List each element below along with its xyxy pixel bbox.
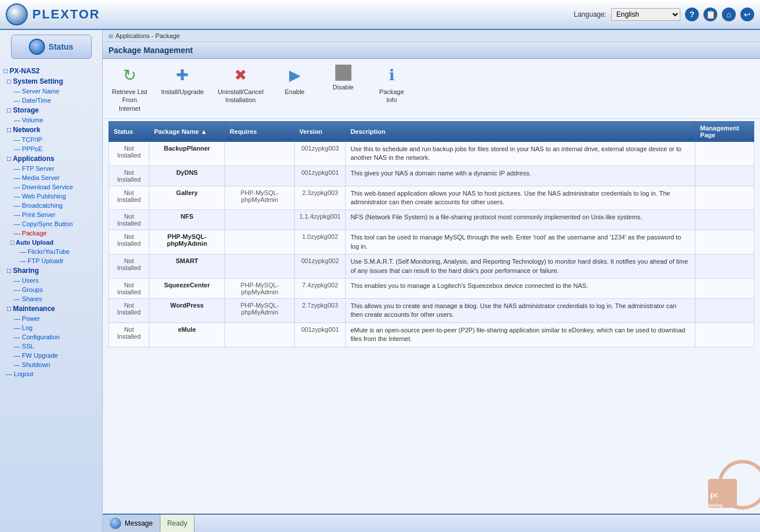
sidebar-item-ftp-server[interactable]: — FTP Server <box>0 164 102 173</box>
status-button[interactable]: Status <box>11 35 92 59</box>
table-row[interactable]: Not Installed BackupPlanner 001zypkg003 … <box>109 141 754 166</box>
page-title: Package Management <box>103 42 760 59</box>
sidebar-item-configuration[interactable]: — Configuration <box>0 332 102 342</box>
table-row[interactable]: Not Installed SqueezeCenter PHP-MySQL-ph… <box>109 279 754 299</box>
sidebar-item-system-setting[interactable]: □ System Setting <box>0 76 102 87</box>
cell-status: Not Installed <box>109 254 149 279</box>
sidebar-item-logout[interactable]: — Logout <box>0 369 102 379</box>
sidebar-item-server-name[interactable]: — Server Name <box>0 87 102 96</box>
sidebar-item-print-server[interactable]: — Print Server <box>0 210 102 219</box>
cell-name: NFS <box>149 210 224 230</box>
cell-requires <box>225 210 295 230</box>
sidebar-item-shutdown[interactable]: — Shutdown <box>0 360 102 369</box>
cell-mgmt <box>695 299 754 323</box>
sidebar-item-power[interactable]: — Power <box>0 314 102 323</box>
sidebar-item-storage[interactable]: □ Storage <box>0 105 102 115</box>
back-icon[interactable]: ↩ <box>740 8 754 21</box>
cell-mgmt <box>695 230 754 254</box>
cell-version: 1.0zypkg002 <box>294 230 346 254</box>
logo: PLEXTOR <box>6 3 100 25</box>
breadcrumb-icon: ⊞ <box>108 33 113 39</box>
sidebar-item-log[interactable]: — Log <box>0 323 102 332</box>
table-row[interactable]: Not Installed DyDNS 001zypkg001 This giv… <box>109 166 754 186</box>
cell-mgmt <box>695 186 754 210</box>
col-description[interactable]: Description <box>346 121 695 141</box>
sidebar-item-broadcatching[interactable]: — Broadcatching <box>0 201 102 210</box>
sidebar-item-ftp-uploadr[interactable]: — FTP Uploadr <box>0 256 102 265</box>
sidebar-item-media-server[interactable]: — Media Server <box>0 173 102 182</box>
sidebar-item-package[interactable]: — Package <box>0 228 102 238</box>
col-status[interactable]: Status <box>109 121 149 141</box>
col-requires[interactable]: Requires <box>225 121 295 141</box>
sidebar-item-web-publishing[interactable]: — Web Publishing <box>0 192 102 201</box>
sidebar-item-applications[interactable]: □ Applications <box>0 153 102 164</box>
cell-status: Not Installed <box>109 186 149 210</box>
cell-status: Not Installed <box>109 299 149 323</box>
toolbar: ↻ Retrieve ListFromInternet ✚ Install/Up… <box>103 59 760 119</box>
sidebar-item-ssl[interactable]: — SSL <box>0 342 102 351</box>
sidebar: Status □ PX-NAS2 □ System Setting — Serv… <box>0 30 103 532</box>
col-package-name[interactable]: Package Name ▲ <box>149 121 224 141</box>
cell-mgmt <box>695 279 754 299</box>
cell-name: WordPress <box>149 299 224 323</box>
sidebar-item-copy-sync[interactable]: — Copy/Sync Button <box>0 219 102 228</box>
sidebar-item-groups[interactable]: — Groups <box>0 285 102 294</box>
sidebar-item-auto-upload[interactable]: □ Auto Upload <box>0 238 102 247</box>
table-row[interactable]: Not Installed Gallery PHP-MySQL-phpMyAdm… <box>109 186 754 210</box>
cell-requires <box>225 166 295 186</box>
sidebar-item-px-nas2[interactable]: □ PX-NAS2 <box>0 66 102 76</box>
enable-icon: ▶ <box>284 65 305 85</box>
install-upgrade-button[interactable]: ✚ Install/Upgrade <box>161 65 204 96</box>
sidebar-item-pppoe[interactable]: — PPPoE <box>0 144 102 153</box>
sidebar-item-users[interactable]: — Users <box>0 276 102 285</box>
cell-version: 2.3zypkg003 <box>294 186 346 210</box>
sidebar-item-fw-upgrade[interactable]: — FW Upgrade <box>0 351 102 360</box>
package-info-button[interactable]: ℹ PackageInfo <box>375 65 409 104</box>
table-row[interactable]: Not Installed SMART 001zypkg002 Use S.M.… <box>109 254 754 279</box>
disable-button[interactable]: Disable <box>326 65 361 91</box>
table-row[interactable]: Not Installed NFS 1.1.4zypkg001 NFS (Net… <box>109 210 754 230</box>
help-icon[interactable]: ? <box>685 8 699 21</box>
col-version[interactable]: Version <box>294 121 346 141</box>
table-row[interactable]: Not Installed WordPress PHP-MySQL-phpMyA… <box>109 299 754 323</box>
sidebar-item-flickr-youtube[interactable]: — Flickr/YouTube <box>0 247 102 256</box>
package-table-body: Not Installed BackupPlanner 001zypkg003 … <box>109 141 754 347</box>
cell-name: SMART <box>149 254 224 279</box>
ready-status: Ready <box>160 515 195 532</box>
enable-button[interactable]: ▶ Enable <box>278 65 312 96</box>
cell-status: Not Installed <box>109 279 149 299</box>
uninstall-button[interactable]: ✖ Uninstall/CancelInstallation <box>218 65 263 104</box>
enable-label: Enable <box>284 88 304 96</box>
sidebar-item-maintenance[interactable]: □ Maintenance <box>0 304 102 314</box>
sidebar-item-tcpip[interactable]: — TCP/IP <box>0 135 102 144</box>
cell-description: This gives your NAS a domain name with a… <box>346 166 695 186</box>
cell-name: eMule <box>149 323 224 347</box>
cell-version: 2.7zypkg003 <box>294 299 346 323</box>
table-row[interactable]: Not Installed eMule 001zypkg001 eMule is… <box>109 323 754 347</box>
disable-label: Disable <box>332 83 354 91</box>
cell-version: 1.1.4zypkg001 <box>294 210 346 230</box>
sidebar-item-date-time[interactable]: — Date/Time <box>0 96 102 105</box>
cell-mgmt <box>695 166 754 186</box>
sidebar-item-shares[interactable]: — Shares <box>0 294 102 304</box>
cell-mgmt <box>695 210 754 230</box>
col-mgmt-page[interactable]: Management Page <box>695 121 754 141</box>
sidebar-item-network[interactable]: □ Network <box>0 125 102 135</box>
cell-mgmt <box>695 254 754 279</box>
cell-description: Use this to schedule and run backup jobs… <box>346 141 695 166</box>
language-select[interactable]: English <box>611 8 680 21</box>
cell-description: This web-based application allows your N… <box>346 186 695 210</box>
sidebar-item-volume[interactable]: — Volume <box>0 115 102 125</box>
retrieve-list-button[interactable]: ↻ Retrieve ListFromInternet <box>112 65 147 113</box>
table-row[interactable]: Not Installed PHP-MySQL-phpMyAdmin 1.0zy… <box>109 230 754 254</box>
logo-text: PLEXTOR <box>32 7 100 22</box>
cell-name: BackupPlanner <box>149 141 224 166</box>
cell-name: SqueezeCenter <box>149 279 224 299</box>
breadcrumb: ⊞ Applications - Package <box>103 30 760 42</box>
clipboard-icon[interactable]: 📋 <box>703 8 717 21</box>
sidebar-item-sharing[interactable]: □ Sharing <box>0 265 102 276</box>
uninstall-label: Uninstall/CancelInstallation <box>218 88 263 104</box>
sidebar-item-download-service[interactable]: — Download Service <box>0 182 102 192</box>
home-icon[interactable]: ⌂ <box>722 8 736 21</box>
info-label: PackageInfo <box>379 88 404 104</box>
